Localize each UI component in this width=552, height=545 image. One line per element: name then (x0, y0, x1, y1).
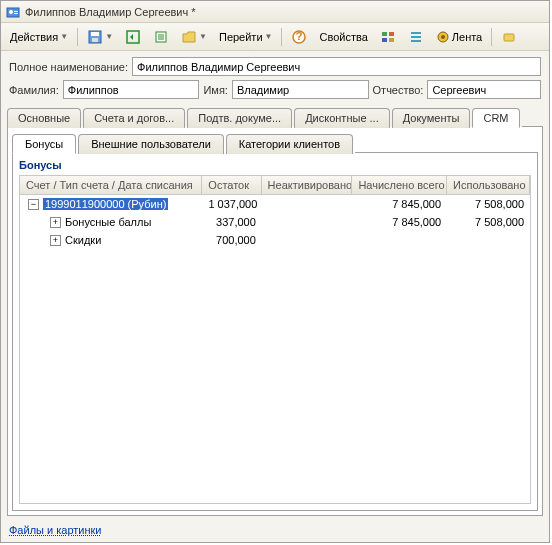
tab-main[interactable]: Основные (7, 108, 81, 128)
svg-rect-15 (389, 32, 394, 36)
files-link[interactable]: Файлы и картинки (9, 524, 101, 536)
col-inactive[interactable]: Неактивировано (262, 176, 353, 194)
outer-tabs: Основные Счета и догов... Подтв. докуме.… (1, 107, 549, 127)
grid-header: Счет / Тип счета / Дата списания Остаток… (20, 176, 530, 195)
toolbar: Действия▼ ▼ ▼ Перейти▼ ? Свойства Лента (1, 23, 549, 51)
svg-point-1 (9, 10, 13, 14)
categories-icon[interactable] (375, 26, 401, 48)
lastname-label: Фамилия: (9, 84, 59, 96)
svg-rect-17 (389, 38, 394, 42)
list-icon[interactable] (148, 26, 174, 48)
svg-rect-23 (504, 34, 514, 41)
folder-icon[interactable]: ▼ (176, 26, 212, 48)
cell-accrued (353, 239, 448, 241)
grid-body: −1999011900000 (Рубин)1 037,0007 845,000… (20, 195, 530, 249)
col-balance[interactable]: Остаток (202, 176, 261, 194)
form-area: Полное наименование: Фамилия: Имя: Отчес… (1, 51, 549, 107)
inner-tab-client-categories[interactable]: Категории клиентов (226, 134, 353, 154)
firstname-label: Имя: (203, 84, 227, 96)
actions-menu[interactable]: Действия▼ (5, 26, 73, 48)
feed-button[interactable]: Лента (431, 26, 487, 48)
cell-accrued: 7 845,000 (352, 197, 447, 211)
svg-rect-0 (7, 8, 19, 17)
tab-confirm-docs[interactable]: Подтв. докуме... (187, 108, 292, 128)
row-name: Скидки (65, 234, 101, 246)
firstname-field[interactable] (232, 80, 369, 99)
svg-point-22 (441, 35, 445, 39)
cell-used: 7 508,000 (447, 197, 530, 211)
col-account[interactable]: Счет / Тип счета / Дата списания (20, 176, 202, 194)
attach-icon[interactable] (496, 26, 522, 48)
expander-icon[interactable]: + (50, 217, 61, 228)
svg-rect-3 (14, 13, 18, 14)
save-icon[interactable]: ▼ (82, 26, 118, 48)
cell-balance: 337,000 (203, 215, 262, 229)
tab-accounts[interactable]: Счета и догов... (83, 108, 185, 128)
lines-icon[interactable] (403, 26, 429, 48)
tab-crm[interactable]: CRM (472, 108, 519, 128)
window-title: Филиппов Владимир Сергеевич * (25, 6, 196, 18)
svg-rect-16 (382, 38, 387, 42)
cell-inactive (262, 221, 353, 223)
tab-content: Бонусы Внешние пользователи Категории кл… (7, 127, 543, 516)
cell-used: 7 508,000 (447, 215, 530, 229)
svg-rect-5 (91, 32, 99, 36)
card-icon (5, 4, 21, 20)
inner-tab-external-users[interactable]: Внешние пользователи (78, 134, 224, 154)
help-icon[interactable]: ? (286, 26, 312, 48)
svg-rect-2 (14, 11, 18, 12)
col-used[interactable]: Использовано (447, 176, 530, 194)
middlename-field[interactable] (427, 80, 541, 99)
expander-icon[interactable]: + (50, 235, 61, 246)
svg-text:?: ? (296, 30, 303, 42)
cell-balance: 1 037,000 (202, 197, 261, 211)
row-name: Бонусные баллы (65, 216, 151, 228)
table-row[interactable]: +Бонусные баллы337,0007 845,0007 508,000 (20, 213, 530, 231)
svg-rect-6 (92, 38, 98, 42)
section-title: Бонусы (19, 159, 531, 171)
footer: Файлы и картинки (1, 520, 549, 542)
inner-tabs: Бонусы Внешние пользователи Категории кл… (12, 133, 538, 153)
table-row[interactable]: +Скидки700,000 (20, 231, 530, 249)
cell-accrued: 7 845,000 (353, 215, 448, 229)
grid: Счет / Тип счета / Дата списания Остаток… (19, 175, 531, 504)
tab-discount[interactable]: Дисконтные ... (294, 108, 390, 128)
svg-rect-14 (382, 32, 387, 36)
titlebar: Филиппов Владимир Сергеевич * (1, 1, 549, 23)
expander-icon[interactable]: − (28, 199, 39, 210)
table-row[interactable]: −1999011900000 (Рубин)1 037,0007 845,000… (20, 195, 530, 213)
row-name: 1999011900000 (Рубин) (43, 198, 168, 210)
full-name-label: Полное наименование: (9, 61, 128, 73)
middlename-label: Отчество: (373, 84, 424, 96)
properties-button[interactable]: Свойства (314, 26, 372, 48)
cell-inactive (262, 203, 353, 205)
cell-balance: 700,000 (203, 233, 262, 247)
inner-tab-bonuses[interactable]: Бонусы (12, 134, 76, 154)
full-name-field[interactable] (132, 57, 541, 76)
refresh-icon[interactable] (120, 26, 146, 48)
cell-inactive (262, 239, 353, 241)
tab-documents[interactable]: Документы (392, 108, 471, 128)
col-accrued[interactable]: Начислено всего (352, 176, 447, 194)
cell-used (447, 239, 530, 241)
goto-menu[interactable]: Перейти▼ (214, 26, 278, 48)
lastname-field[interactable] (63, 80, 200, 99)
inner-content: Бонусы Счет / Тип счета / Дата списания … (12, 153, 538, 511)
